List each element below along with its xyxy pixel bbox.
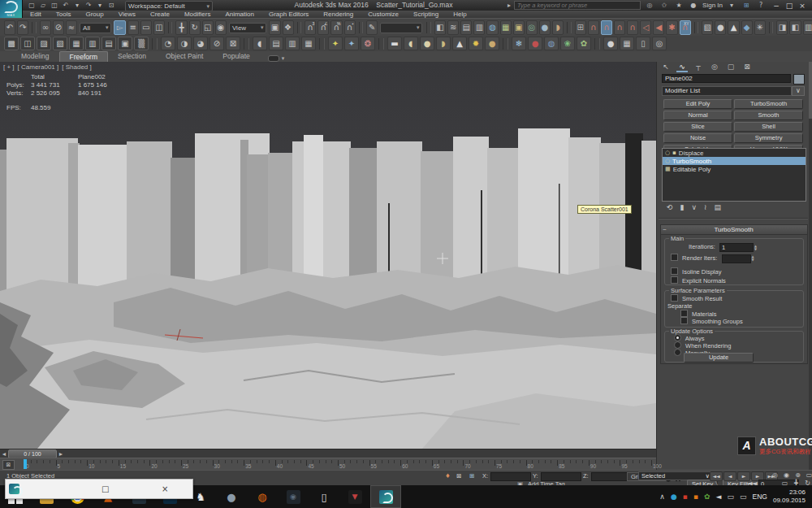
box-icon[interactable]: ▪	[672, 150, 676, 156]
window-crossing-icon[interactable]: ◫	[153, 20, 165, 35]
bulb-icon[interactable]: ○	[665, 158, 670, 164]
taskbar-app-phone[interactable]: ▯	[309, 485, 339, 508]
prev-frame-button[interactable]: ◄	[723, 471, 736, 481]
taskbar-app-dark3[interactable]: ▼	[339, 485, 370, 508]
prim-dome-icon[interactable]: ◖	[404, 37, 418, 50]
select-and-rotate-icon[interactable]: ↻	[189, 20, 201, 35]
action-center-icon[interactable]: ▭	[740, 493, 747, 501]
graphite-phase-icon[interactable]: ▧	[53, 37, 67, 50]
help2-icon[interactable]: ◎	[652, 37, 667, 50]
help-icon[interactable]: ?	[755, 1, 767, 10]
prim-cone-icon[interactable]: ▲	[452, 37, 467, 50]
snap-edge-icon[interactable]: ∩	[614, 20, 625, 35]
exchange-apps-icon[interactable]: ⊞	[741, 1, 752, 10]
snowflake-icon[interactable]: ❄	[512, 37, 526, 50]
quick-render-icon[interactable]: ●	[539, 20, 551, 35]
select-and-place-icon[interactable]: ◉	[215, 20, 227, 35]
menu-scripting[interactable]: Scripting	[406, 11, 446, 18]
new-scene-icon[interactable]: ▢	[26, 1, 37, 10]
light-a-icon[interactable]: ✦	[328, 37, 343, 50]
tab-motion[interactable]: ◎	[709, 63, 720, 72]
graphite-box-icon[interactable]: ◫	[20, 37, 35, 50]
search-arrow-icon[interactable]: ▸	[508, 2, 511, 9]
iterations-spinner[interactable]: ▲▼	[754, 245, 757, 251]
redo-icon[interactable]: ↷	[17, 20, 28, 35]
prev-frame-arrow[interactable]: ◄	[0, 451, 8, 457]
smoothing-groups-checkbox[interactable]	[680, 317, 688, 324]
use-pivot-center-icon[interactable]: ▣	[269, 20, 280, 35]
flower-b-icon[interactable]: ✿	[577, 37, 591, 50]
tab-modify[interactable]: ∿	[676, 63, 688, 72]
state-set-a-icon[interactable]: ◨	[776, 20, 788, 35]
redo-drop-icon[interactable]: ▾	[94, 1, 106, 10]
taskbar-peek-popup[interactable]: □ ×	[5, 479, 193, 499]
render-iters-spinner[interactable]: ▲▼	[752, 255, 754, 262]
isoline-checkbox[interactable]	[671, 267, 678, 275]
snap-vertex-icon[interactable]: ∩	[588, 20, 599, 35]
layer-manager-icon[interactable]: ▤	[460, 20, 472, 35]
light-c-icon[interactable]: ❂	[361, 37, 375, 50]
stack-item-turbosmooth[interactable]: ○TurboSmooth	[663, 157, 806, 165]
graphite-noise-icon[interactable]: ▒	[134, 37, 149, 50]
modifier-button-symmetry[interactable]: Symmetry	[734, 133, 803, 143]
bulb-icon[interactable]: ○	[665, 150, 670, 156]
volume-icon[interactable]: ◄	[716, 493, 722, 501]
current-frame-marker[interactable]	[24, 459, 27, 469]
ref-coord-dropdown[interactable]: View▾	[229, 23, 266, 33]
viewport-shading-menu[interactable]: [ Shaded ]	[62, 63, 91, 71]
project-folder-icon[interactable]: ⊡	[106, 1, 117, 10]
redo-qat-icon[interactable]: ↷	[83, 1, 94, 10]
select-by-name-icon[interactable]: ≡	[127, 20, 139, 35]
iterations-field[interactable]: 1	[719, 243, 754, 252]
ribbon-minimize-control[interactable]: ▾	[268, 55, 285, 62]
minimize-button[interactable]: −	[770, 2, 783, 10]
isolate-view-icon[interactable]: ◔	[161, 37, 175, 50]
taskbar-app-3dsmax[interactable]	[370, 485, 401, 508]
scene-states-icon[interactable]: ▧	[702, 20, 713, 35]
zoom-extents-icon[interactable]: ⊕	[793, 471, 803, 479]
community-icon[interactable]: ✩	[659, 1, 670, 10]
prim-sphere-icon[interactable]: ●	[420, 37, 434, 50]
graphite-stripe-icon[interactable]: ▣	[118, 37, 132, 50]
show-end-result-icon[interactable]: ▮	[680, 203, 685, 211]
zoom-all-icon[interactable]: ◉	[781, 471, 792, 479]
when-rendering-radio[interactable]	[674, 341, 681, 349]
remove-modifier-icon[interactable]: ≀	[704, 203, 706, 211]
camera-viewport[interactable]: [ + ] [ Camera001 ] [ Shaded ] TotalPlan…	[0, 62, 656, 449]
zoom-icon[interactable]: ◎	[770, 471, 780, 479]
smooth-result-checkbox[interactable]	[671, 294, 678, 302]
grid-c-icon[interactable]: ▦	[301, 37, 316, 50]
modifier-button-turbosmooth[interactable]: TurboSmooth	[734, 99, 803, 109]
selection-filter-dropdown[interactable]: All▾	[80, 23, 111, 33]
lock-view-icon[interactable]: ⊠	[226, 37, 240, 50]
network-icon[interactable]: ▭	[728, 493, 735, 501]
angle-snap-icon[interactable]: ∩∠	[317, 20, 329, 35]
language-indicator[interactable]: ENG	[753, 493, 767, 501]
tray-app-red-icon[interactable]: ▪	[683, 493, 688, 501]
select-object-icon[interactable]: ▻	[114, 20, 125, 35]
ribbon-tab-modeling[interactable]: Modeling	[11, 51, 59, 62]
taskbar-app-orange[interactable]: ◍	[247, 485, 278, 508]
tray-expand-icon[interactable]: ∧	[659, 493, 665, 501]
select-and-move-icon[interactable]: ╋	[175, 20, 187, 35]
update-button[interactable]: Update	[684, 353, 754, 363]
next-frame-arrow[interactable]: ►	[57, 451, 65, 457]
render-teapot-icon[interactable]: ◗	[552, 20, 564, 35]
menu-views[interactable]: Views	[111, 11, 143, 18]
maximize-button[interactable]: □	[783, 2, 796, 10]
bind-to-spacewarp-icon[interactable]: ≈	[66, 20, 77, 35]
isolate-selection-icon[interactable]: ♦	[445, 472, 451, 480]
snap-grid-icon[interactable]: ⊞	[575, 20, 586, 35]
tab-display[interactable]: ▢	[725, 63, 736, 72]
earth-icon[interactable]: ●	[485, 37, 499, 50]
object-name-field[interactable]: Plane002	[662, 74, 791, 83]
clock[interactable]: 23:06 09.09.2015	[773, 488, 806, 505]
menu-group[interactable]: Group	[78, 11, 110, 18]
render-iters-field[interactable]	[722, 254, 751, 263]
modifier-button-shell[interactable]: Shell	[734, 122, 803, 132]
object-color-swatch[interactable]	[793, 74, 805, 85]
prim-plane-icon[interactable]: ▬	[387, 37, 402, 50]
menu-create[interactable]: Create	[143, 11, 177, 18]
graphite-fr-icon[interactable]: ▦	[69, 37, 84, 50]
state-set-b-icon[interactable]: ◧	[789, 20, 801, 35]
